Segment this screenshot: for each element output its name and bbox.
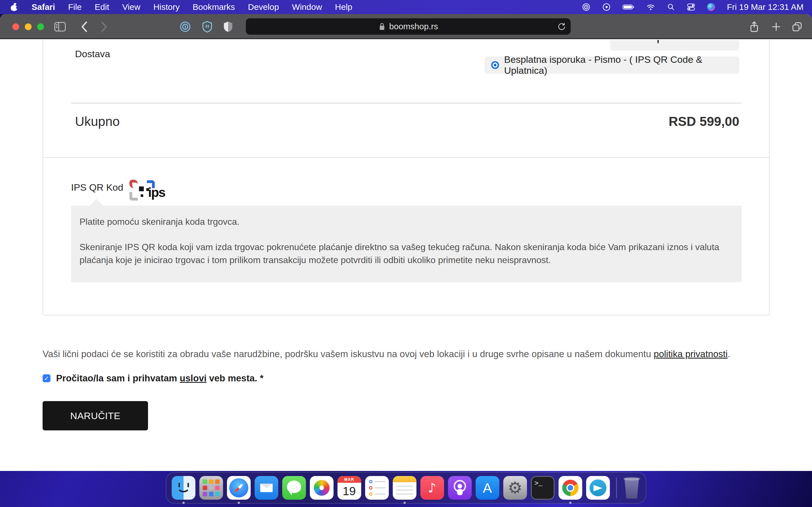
dock-terminal-icon[interactable]: >_ [531, 476, 555, 500]
zoom-window-button[interactable] [37, 23, 44, 30]
menu-item-history[interactable]: History [153, 2, 180, 12]
menu-item-develop[interactable]: Develop [248, 2, 279, 12]
menu-item-safari[interactable]: Safari [32, 2, 55, 12]
dock-trash-icon[interactable] [623, 476, 641, 500]
browser-toolbar: boomshop.rs [0, 14, 812, 39]
dock-launchpad-icon[interactable] [199, 476, 223, 500]
play-circle-icon[interactable] [602, 3, 611, 11]
ips-logo-icon: ips [130, 180, 174, 201]
terms-row: ✓ Pročitao/la sam i prihvatam uslovi veb… [43, 373, 263, 384]
dock-separator [616, 477, 617, 498]
control-center-icon[interactable] [687, 3, 695, 11]
shipping-option-label: Besplatna isporuka - Pismo - ( IPS QR Co… [504, 54, 739, 76]
privacy-text: Vaši lični podaci će se koristiti za obr… [43, 349, 654, 359]
menu-item-window[interactable]: Window [292, 2, 322, 12]
menu-item-help[interactable]: Help [335, 2, 352, 12]
dock-calendar-icon[interactable]: MAR 19 [338, 476, 361, 500]
ips-logo-text: ips [148, 185, 165, 200]
terms-label: Pročitao/la sam i prihvatam uslovi veb m… [56, 373, 263, 384]
terms-text: Pročitao/la sam i prihvatam [56, 373, 180, 383]
menu-item-file[interactable]: File [68, 2, 82, 12]
dock-music-icon[interactable]: ♪ [420, 476, 444, 500]
dock: MAR 19 ♪ A ⚙ >_ [166, 472, 646, 504]
payment-bubble-tip [90, 199, 103, 206]
close-window-button[interactable] [12, 23, 19, 30]
dock-finder-icon[interactable] [172, 476, 195, 500]
calendar-day: 19 [338, 483, 361, 500]
payment-description-box: Platite pomoću skeniranja koda trgovca. … [71, 206, 742, 282]
dock-notes-icon[interactable] [393, 476, 416, 500]
terms-text-end: veb mesta. * [207, 373, 264, 383]
one-password-icon[interactable] [582, 3, 591, 11]
search-icon[interactable] [667, 3, 675, 11]
cursor-tick [658, 40, 659, 43]
dock-safari-icon[interactable] [227, 476, 251, 500]
radio-selected-icon[interactable] [491, 61, 499, 69]
total-amount: RSD 599,00 [668, 114, 739, 129]
sidebar-icon[interactable] [52, 19, 68, 34]
privacy-policy-link[interactable]: politika privatnosti [654, 349, 728, 359]
siri-icon[interactable] [707, 3, 715, 11]
dock-podcasts-icon[interactable] [448, 476, 472, 500]
shield-pause-extension-icon[interactable] [200, 19, 215, 34]
checkout-page: Dostava Besplatna isporuka - Pismo - ( I… [0, 40, 812, 471]
calendar-month: MAR [338, 476, 361, 483]
shipping-option-free-delivery[interactable]: Besplatna isporuka - Pismo - ( IPS QR Co… [485, 56, 739, 74]
new-tab-icon[interactable] [769, 19, 784, 34]
address-bar[interactable]: boomshop.rs [246, 18, 571, 35]
lock-icon [378, 22, 386, 31]
minimize-window-button[interactable] [25, 23, 32, 30]
battery-icon[interactable] [622, 4, 635, 10]
address-bar-url: boomshop.rs [389, 22, 438, 31]
safari-window: boomshop.rs [0, 14, 812, 471]
privacy-notice: Vaši lični podaci će se koristiti za obr… [43, 348, 764, 360]
apple-menu-icon[interactable] [11, 3, 17, 11]
shipping-option-partial[interactable] [610, 40, 739, 51]
tabs-overview-icon[interactable] [790, 19, 805, 34]
dock-chrome-icon[interactable] [559, 476, 582, 500]
total-label: Ukupno [75, 114, 120, 129]
menu-item-view[interactable]: View [122, 2, 140, 12]
payment-method-title: IPS QR Kod [71, 182, 123, 193]
shield-extension-icon[interactable] [220, 19, 236, 34]
order-button[interactable]: NARUČITE [43, 401, 148, 431]
dock-mail-icon[interactable] [255, 476, 278, 500]
dock-reminders-icon[interactable] [365, 476, 389, 500]
share-icon[interactable] [747, 19, 762, 34]
payment-method-title-row: IPS QR Kod ips [71, 182, 174, 203]
shipping-label: Dostava [75, 48, 110, 59]
dock-photos-icon[interactable] [310, 476, 334, 500]
back-icon[interactable] [77, 19, 92, 34]
dock-settings-icon[interactable]: ⚙ [503, 476, 527, 500]
wifi-icon[interactable] [646, 3, 655, 11]
reload-icon[interactable] [557, 22, 566, 31]
terms-link[interactable]: uslovi [180, 373, 206, 383]
menu-item-bookmarks[interactable]: Bookmarks [193, 2, 235, 12]
dock-appstore-icon[interactable]: A [476, 476, 499, 500]
privacy-text-end: . [728, 349, 730, 359]
menu-bar: Safari File Edit View History Bookmarks … [0, 0, 812, 14]
payment-description-line2: Skeniranje IPS QR koda koji vam izda trg… [80, 240, 733, 267]
dock-telegram-icon[interactable] [586, 476, 610, 500]
one-password-extension-icon[interactable] [177, 19, 193, 34]
total-divider [71, 103, 742, 104]
menu-bar-clock[interactable]: Fri 19 Mar 12:31 AM [727, 2, 804, 12]
desktop: Safari File Edit View History Bookmarks … [0, 0, 812, 507]
terms-checkbox[interactable]: ✓ [43, 374, 50, 382]
forward-icon[interactable] [96, 19, 112, 34]
menu-item-edit[interactable]: Edit [95, 2, 109, 12]
dock-messages-icon[interactable] [282, 476, 306, 500]
payment-description-line1: Platite pomoću skeniranja koda trgovca. [80, 215, 733, 228]
